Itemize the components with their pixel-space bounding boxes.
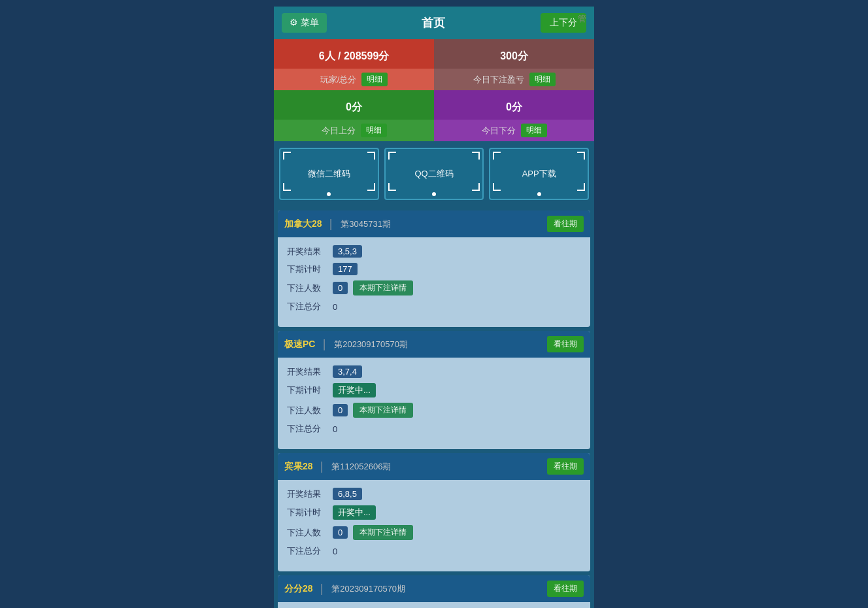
- bettotal-label-1: 下注总分: [287, 423, 333, 435]
- today-up-value: 0分: [274, 90, 434, 120]
- app-container: 管 ⚙ 菜单 首页 上下分 6人 / 208599分 玩家/总分 明细 300分…: [274, 7, 594, 608]
- today-up-stat-card: 0分 今日上分 明细: [274, 90, 434, 141]
- lottery-body-1: 开奖结果 3,7,4 下期计时 开奖中... 下注人数 0 本期下注详情 下注总…: [278, 358, 590, 443]
- stats-row-1: 6人 / 208599分 玩家/总分 明细 300分 今日下注盈亏 明细: [274, 39, 594, 90]
- today-up-detail-btn[interactable]: 明细: [361, 124, 387, 137]
- lottery-name-3: 分分28: [284, 583, 313, 595]
- timer-label-2: 下期计时: [287, 507, 333, 518]
- today-down-label-row: 今日下分 明细: [434, 120, 594, 141]
- stats-row-2: 0分 今日上分 明细 0分 今日下分 明细: [274, 90, 594, 141]
- result-label-0: 开奖结果: [287, 246, 333, 258]
- lottery-period-1: 第202309170570期: [334, 339, 541, 350]
- lottery-divider-3: │: [320, 584, 326, 594]
- lottery-body-2: 开奖结果 6,8,5 下期计时 开奖中... 下注人数 0 本期下注详情 下注总…: [278, 480, 590, 565]
- qr-dot-3: [537, 192, 541, 196]
- lottery-body-0: 开奖结果 3,5,3 下期计时 177 下注人数 0 本期下注详情 下注总分 0: [278, 237, 590, 320]
- lottery-bettotal-row-0: 下注总分 0: [287, 298, 581, 315]
- betcount-label-1: 下注人数: [287, 405, 333, 416]
- bettotal-value-0: 0: [333, 302, 337, 312]
- qr-corner-br: [367, 183, 375, 191]
- lottery-header-1: 极速PC │ 第202309170570期 看往期: [278, 331, 590, 358]
- qq-qr-box[interactable]: QQ二维码: [384, 148, 484, 200]
- top-right-label: 管: [578, 13, 586, 25]
- bet-detail-btn-2[interactable]: 本期下注详情: [353, 525, 413, 540]
- lottery-divider-2: │: [320, 462, 326, 472]
- betcount-value-0: 0: [333, 282, 348, 294]
- app-download-box[interactable]: APP下载: [489, 148, 589, 200]
- lottery-result-row-1: 开奖结果 3,7,4: [287, 363, 581, 380]
- lottery-section-3: 分分28 │ 第202309170570期 看往期 开奖结果 下期计时 下注人数…: [278, 575, 590, 608]
- view-history-btn-3[interactable]: 看往期: [547, 581, 584, 597]
- qr-dot: [327, 192, 331, 196]
- qr-corner-bl: [283, 183, 291, 191]
- qq-qr-label: QQ二维码: [414, 168, 453, 180]
- lottery-result-row-2: 开奖结果 6,8,5: [287, 485, 581, 503]
- today-bet-label: 今日下注盈亏: [473, 74, 524, 86]
- today-bet-detail-btn[interactable]: 明细: [529, 73, 556, 86]
- lottery-body-3: 开奖结果 下期计时 下注人数 0 本期下注详情 下注总分 0: [278, 602, 590, 608]
- lottery-period-2: 第112052606期: [331, 461, 541, 473]
- app-download-label: APP下载: [522, 168, 556, 180]
- view-history-btn-0[interactable]: 看往期: [547, 216, 584, 232]
- lottery-timer-row-1: 下期计时 开奖中...: [287, 380, 581, 400]
- result-value-2: 6,8,5: [333, 488, 362, 500]
- lottery-betcount-row-1: 下注人数 0 本期下注详情: [287, 400, 581, 420]
- timer-value-2: 开奖中...: [333, 505, 376, 520]
- qr-corner-bl-2: [388, 183, 396, 191]
- players-label-row: 玩家/总分 明细: [274, 69, 434, 90]
- menu-button[interactable]: ⚙ 菜单: [282, 13, 327, 33]
- players-value: 6人 / 208599分: [274, 39, 434, 69]
- bettotal-value-1: 0: [333, 424, 337, 434]
- bettotal-value-2: 0: [333, 547, 337, 556]
- players-detail-btn[interactable]: 明细: [361, 73, 388, 86]
- lottery-period-0: 第3045731期: [341, 218, 541, 230]
- lottery-timer-row-0: 下期计时 177: [287, 260, 581, 278]
- lottery-bettotal-row-1: 下注总分 0: [287, 420, 581, 437]
- view-history-btn-1[interactable]: 看往期: [547, 336, 584, 352]
- result-value-1: 3,7,4: [333, 365, 362, 378]
- lottery-section-1: 极速PC │ 第202309170570期 看往期 开奖结果 3,7,4 下期计…: [278, 331, 590, 449]
- lottery-betcount-row-2: 下注人数 0 本期下注详情: [287, 522, 581, 543]
- betcount-value-1: 0: [333, 404, 348, 416]
- bet-detail-btn-0[interactable]: 本期下注详情: [353, 280, 413, 296]
- players-label: 玩家/总分: [320, 74, 357, 86]
- timer-label-0: 下期计时: [287, 263, 333, 275]
- view-history-btn-2[interactable]: 看往期: [547, 458, 584, 475]
- timer-label-1: 下期计时: [287, 384, 333, 396]
- bet-detail-btn-1[interactable]: 本期下注详情: [353, 403, 413, 418]
- qr-corner-tl-3: [493, 152, 501, 160]
- lottery-header-0: 加拿大28 │ 第3045731期 看往期: [278, 211, 590, 237]
- lottery-divider-0: │: [329, 219, 335, 229]
- today-down-label: 今日下分: [482, 125, 516, 137]
- lottery-divider-1: │: [322, 339, 327, 350]
- today-up-label-row: 今日上分 明细: [274, 120, 434, 141]
- today-down-value: 0分: [434, 90, 594, 120]
- lottery-header-3: 分分28 │ 第202309170570期 看往期: [278, 575, 590, 602]
- qr-corner-br-2: [472, 183, 480, 191]
- qr-corner-tr: [367, 152, 375, 160]
- qr-dot-2: [432, 192, 436, 196]
- qr-section: 微信二维码 QQ二维码 APP下载: [274, 141, 594, 207]
- lottery-section-2: 宾果28 │ 第112052606期 看往期 开奖结果 6,8,5 下期计时 开…: [278, 453, 590, 571]
- qr-corner-tl: [283, 152, 291, 160]
- lottery-result-row-0: 开奖结果 3,5,3: [287, 243, 581, 260]
- lottery-period-3: 第202309170570期: [331, 583, 541, 595]
- lottery-section-0: 加拿大28 │ 第3045731期 看往期 开奖结果 3,5,3 下期计时 17…: [278, 211, 590, 327]
- lottery-header-2: 宾果28 │ 第112052606期 看往期: [278, 453, 590, 480]
- betcount-label-0: 下注人数: [287, 282, 333, 294]
- players-stat-card: 6人 / 208599分 玩家/总分 明细: [274, 39, 434, 90]
- result-value-0: 3,5,3: [333, 245, 362, 258]
- today-down-stat-card: 0分 今日下分 明细: [434, 90, 594, 141]
- lottery-name-2: 宾果28: [284, 461, 313, 473]
- today-bet-stat-card: 300分 今日下注盈亏 明细: [434, 39, 594, 90]
- qr-corner-tl-2: [388, 152, 396, 160]
- lottery-container: 加拿大28 │ 第3045731期 看往期 开奖结果 3,5,3 下期计时 17…: [274, 211, 594, 608]
- wechat-qr-box[interactable]: 微信二维码: [279, 148, 379, 200]
- today-bet-label-row: 今日下注盈亏 明细: [434, 69, 594, 90]
- qr-corner-tr-2: [472, 152, 480, 160]
- lottery-bettotal-row-2: 下注总分 0: [287, 543, 581, 560]
- bettotal-label-2: 下注总分: [287, 545, 333, 557]
- today-down-detail-btn[interactable]: 明细: [521, 124, 547, 137]
- header: ⚙ 菜单 首页 上下分: [274, 7, 594, 39]
- timer-value-0: 177: [333, 263, 358, 275]
